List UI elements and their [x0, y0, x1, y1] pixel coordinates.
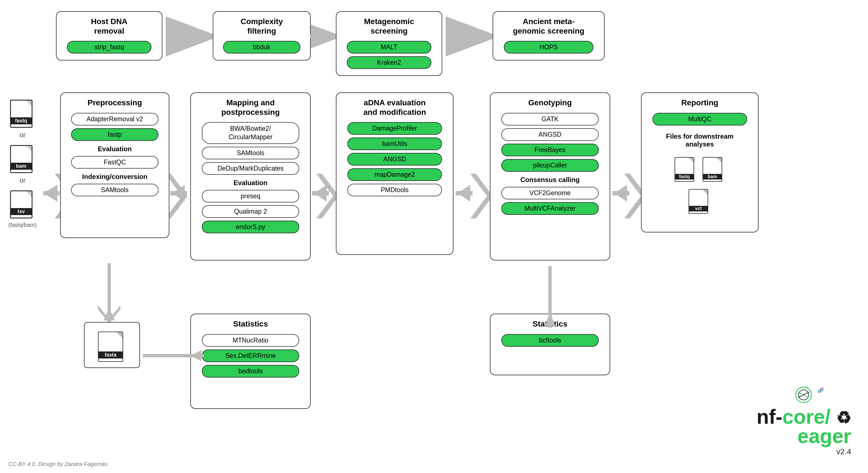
complexity-title: Complexity filtering [241, 17, 283, 35]
multiqc-pill: MultiQC [652, 113, 747, 125]
svg-marker-4 [316, 174, 339, 218]
multivcf-pill: MultiVCFAnalyzer [501, 202, 598, 215]
genotyping-box: Genotyping GATK ANGSD FreeBayes pileupCa… [490, 92, 610, 261]
angsd-genotyping-pill: ANGSD [501, 128, 598, 141]
endors-pill: endorS.py [202, 221, 299, 233]
strip-fastq-pill: strip_fastq [67, 41, 151, 54]
hops-pill: HOPS [504, 41, 593, 54]
host-dna-title: Host DNA removal [91, 17, 128, 35]
fastqc-pill: FastQC [71, 156, 158, 169]
dedup-pill: DeDup/MarkDuplicates [202, 162, 299, 175]
indexing-title: Indexing/conversion [82, 173, 147, 181]
mapping-title: Mapping and postprocessing [221, 98, 280, 117]
preprocessing-title: Preprocessing [88, 98, 142, 108]
output-vcf-label: vcf [689, 206, 708, 211]
mtnucratio-pill: MTNucRatio [202, 334, 299, 347]
fastq-label: fastq [10, 117, 32, 124]
svg-marker-33 [103, 307, 115, 320]
samtools-mapping-pill: SAMtools [202, 147, 299, 159]
eager-text: eager [756, 426, 851, 446]
svg-text:🧬: 🧬 [817, 387, 824, 393]
vcf2genome-pill: VCF2Genome [501, 187, 598, 199]
adna-box: aDNA evaluation and modification DamageP… [336, 92, 454, 255]
preprocessing-box: Preprocessing AdapterRemoval v2 fastp Ev… [60, 92, 169, 238]
nf-text: nf- [756, 406, 782, 428]
statistics-right-box: Statistics bcftools [490, 314, 610, 375]
mapping-box: Mapping and postprocessing BWA/Bowtie2/ … [190, 92, 311, 261]
svg-marker-5 [470, 174, 493, 218]
gatk-pill: GATK [501, 113, 598, 125]
main-container: Host DNA removal strip_fastq Complexity … [0, 0, 868, 473]
output-bam-label: bam [703, 174, 722, 179]
logo-text: nf-core/ ♻ [756, 407, 851, 426]
freebaye-pill: FreeBayes [501, 144, 598, 156]
svg-marker-25 [614, 185, 627, 202]
fasta-area: fasta [84, 322, 140, 368]
statistics-right-title: Statistics [533, 319, 568, 329]
input-area: fastq or bam or tsv (fastq/bam) [8, 95, 37, 228]
svg-marker-27 [167, 31, 179, 42]
bam-file-icon: bam [10, 142, 35, 173]
bamutils-pill: bamUtils [347, 138, 442, 150]
qualimap-pill: Qualimap 2 [202, 205, 299, 218]
consensus-title: Consensus calling [520, 176, 580, 184]
sex-det-pill: Sex.DetERRmine [202, 350, 299, 362]
statistics-left-title: Statistics [233, 319, 268, 329]
fasta-label: fasta [98, 351, 123, 358]
host-dna-box: Host DNA removal strip_fastq [56, 11, 162, 60]
svg-marker-19 [172, 185, 185, 202]
pileupcaller-pill: pileupCaller [501, 159, 598, 172]
bcftools-pill: bcftools [501, 334, 598, 347]
evaluation-title-2: Evaluation [234, 179, 267, 187]
statistics-left-box: Statistics MTNucRatio Sex.DetERRmine bed… [190, 314, 311, 409]
complexity-box: Complexity filtering bbduk [213, 11, 311, 60]
svg-marker-7 [98, 305, 120, 323]
ancient-box: Ancient meta- genomic screening HOPS [493, 11, 604, 60]
mapdamage-pill: mapDamage2 [347, 168, 442, 181]
or-text-1: or [20, 131, 26, 139]
reporting-title: Reporting [681, 98, 718, 108]
metagenomic-title: Metagenomic screening [364, 17, 414, 35]
adna-title: aDNA evaluation and modification [363, 98, 426, 117]
svg-marker-21 [314, 185, 327, 202]
fastp-pill: fastp [71, 128, 158, 141]
samtools-preprocessing-pill: SAMtools [71, 184, 158, 196]
damage-profiler-pill: DamageProfiler [347, 122, 442, 135]
adapterremoval-pill: AdapterRemoval v2 [71, 113, 158, 125]
malt-pill: MALT [347, 41, 431, 54]
tsv-label: tsv [10, 208, 32, 215]
svg-marker-31 [447, 31, 459, 42]
logo-area: 🧬 nf-core/ ♻ eager v2.4 [756, 384, 851, 456]
svg-marker-17 [43, 185, 57, 202]
metagenomic-box: Metagenomic screening MALT Kraken2 [336, 11, 442, 76]
fastq-file-icon: fastq [10, 97, 35, 128]
kraken2-pill: Kraken2 [347, 56, 431, 69]
bam-label: bam [10, 163, 32, 170]
svg-marker-29 [312, 31, 323, 42]
version-text: v2.4 [756, 447, 851, 456]
reporting-box: Reporting MultiQC Files for downstream a… [641, 92, 758, 232]
cc-text: CC-BY 4.0. Design by Zandra Fagernäs [8, 461, 107, 467]
ancient-title: Ancient meta- genomic screening [513, 17, 584, 35]
genotyping-title: Genotyping [528, 98, 572, 108]
or-text-2: or [20, 176, 26, 184]
output-fastq-label: fastq [675, 174, 694, 179]
downstream-title: Files for downstream analyses [666, 132, 733, 148]
tsv-file-icon: tsv [10, 188, 35, 218]
logo-decoration: 🧬 [795, 384, 851, 406]
bbduk-pill: bbduk [223, 41, 300, 54]
svg-marker-23 [458, 185, 470, 202]
evaluation-title-1: Evaluation [98, 145, 131, 153]
preseq-pill: preseq [202, 190, 299, 203]
angsd-adna-pill: ANGSD [347, 153, 442, 166]
pmdtools-pill: PMDtools [347, 184, 442, 196]
bwa-pill: BWA/Bowtie2/ CircularMapper [202, 122, 299, 144]
input-subtext: (fastq/bam) [8, 222, 37, 228]
bedtools-pill: bedtools [202, 365, 299, 378]
